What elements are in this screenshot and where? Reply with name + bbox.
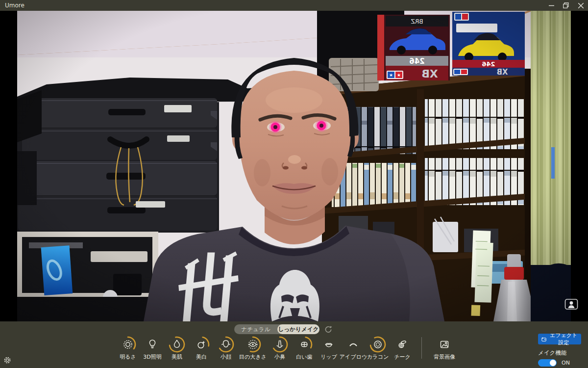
filter-brightness[interactable]: 明るさ [116,336,140,361]
filter-label: カラコン [367,353,389,361]
teeth-icon [301,342,307,346]
bulb-icon [149,340,155,348]
preset-pillgroup: ナチュラル しっかりメイク [234,324,319,334]
filter-label: 白い歯 [296,353,312,361]
self-view-toggle[interactable] [564,298,578,310]
contact-lens-icon [374,341,381,348]
eyebrow-icon [350,344,357,346]
filter-label: 背景画像 [434,353,455,361]
filter-cheek[interactable]: チーク [390,336,415,361]
makeup-toggle[interactable] [538,359,557,367]
tab-full-makeup[interactable]: しっかりメイク [277,324,319,334]
effect-settings-button[interactable]: エフェクト設定 [538,334,581,344]
cheek-icon [399,341,406,348]
toggle-state-label: ON [562,360,570,366]
minimize-button[interactable] [544,0,559,11]
umore-app-window: Umore [0,0,588,368]
filter-lip[interactable]: リップ [317,336,341,361]
lips-icon [326,343,332,347]
filter-white-teeth[interactable]: 白い歯 [292,336,317,361]
filter-color-contacts[interactable]: カラコン [366,336,390,361]
titlebar: Umore [0,0,588,11]
filter-label: アイブロウ [340,353,367,361]
filter-small-face[interactable]: 小顔 [214,336,238,361]
brightness-icon [124,341,132,348]
background-image-icon [441,342,448,348]
droplet-icon [174,341,180,348]
makeup-toggle-row: ON [538,359,585,367]
person-frame-icon [564,298,578,310]
close-button[interactable] [573,0,588,11]
toggle-knob [550,360,556,366]
restore-icon [563,2,569,8]
face-shine-icon [198,341,205,348]
filter-eye-size[interactable]: 目の大きさ [238,336,268,361]
filter-whitening[interactable]: 美白 [189,336,214,361]
refresh-icon [324,325,333,334]
window-title: Umore [0,2,544,9]
webcam-preview-area: BRZ 246 XB ★★ [0,11,588,321]
filter-label: リップ [320,353,337,361]
filter-nose[interactable]: 小鼻 [268,336,292,361]
gear-icon [3,356,11,364]
filter-3d-lighting[interactable]: 3D照明 [140,336,165,361]
makeup-toolbar: ナチュラル しっかりメイク 明るさ [0,321,588,368]
effect-settings-icon [541,336,546,342]
makeup-feature-label: メイク機能 [538,349,585,357]
reset-button[interactable] [323,324,333,334]
filter-label: 美肌 [172,353,182,361]
filter-eyebrow[interactable]: アイブロウ [341,336,366,361]
filter-label: 小顔 [220,353,231,361]
webcam-feed: BRZ 246 XB ★★ [17,11,571,321]
minimize-icon [549,3,554,8]
nose-icon [277,341,283,347]
effect-settings-label: エフェクト設定 [549,332,578,346]
filter-label: 明るさ [120,353,136,361]
settings-button[interactable] [3,356,11,364]
eye-icon [248,340,257,348]
tab-natural[interactable]: ナチュラル [234,324,277,334]
restore-button[interactable] [559,0,573,11]
background-image-button[interactable]: 背景画像 [430,336,459,361]
close-icon [578,3,584,8]
filter-skin-smoothing[interactable]: 美肌 [165,336,189,361]
toolbar-divider [421,337,422,359]
effects-panel: エフェクト設定 メイク機能 ON [538,334,585,367]
filter-label: 目の大きさ [239,353,267,361]
filter-row: 明るさ 3D照明 美肌 [116,336,459,361]
filter-label: 美白 [196,353,207,361]
filter-label: 小鼻 [274,353,285,361]
filter-label: 3D照明 [143,353,161,361]
filter-label: チーク [394,353,411,361]
preset-selector: ナチュラル しっかりメイク [234,324,333,334]
small-face-icon [222,341,230,347]
